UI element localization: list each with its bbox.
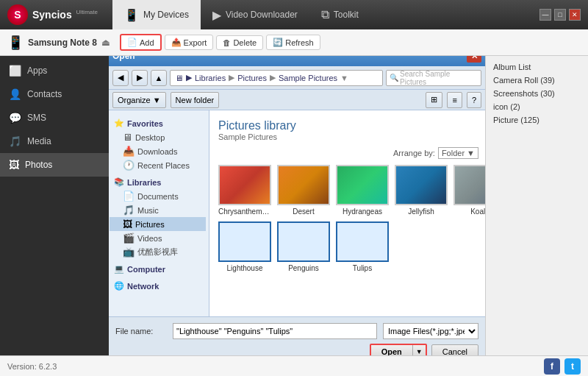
image-item-jellyfish[interactable]: Jellyfish [395,165,448,216]
logo-area: S Syncios Ultimate [7,4,98,25]
eject-icon[interactable]: ⏏ [101,38,110,48]
filetype-select[interactable]: Image Files(*.jpg;*.jpeg;*.png;*. [383,323,478,339]
sidebar-item-photos[interactable]: 🖼 Photos [0,153,109,177]
dialog-close-button[interactable]: ✕ [467,56,481,63]
content-area: Open ✕ ◀ ▶ ▲ 🖥 ▶ Libraries ▶ Pictures ▶ [109,56,485,355]
topbar: S Syncios Ultimate 📱 My Devices ▶ Video … [0,0,588,29]
win-max-button[interactable]: □ [554,9,566,21]
sms-icon: 💬 [9,112,21,124]
img-thumb-lighthouse [218,221,271,262]
media-icon: 🎵 [9,135,21,147]
arrange-dropdown[interactable]: Folder ▼ [438,147,478,159]
right-item-screenshots[interactable]: Screenshots (30) [490,87,584,100]
ds-item-pictures[interactable]: 🖼 Pictures [110,217,206,231]
phone-icon: 📱 [124,8,139,22]
sidebar-item-media[interactable]: 🎵 Media [0,130,109,153]
export-button[interactable]: 📤 Export [165,35,214,50]
favorites-header[interactable]: ⭐ Favorites [110,116,206,130]
img-thumb-penguins [277,221,330,262]
tab-my-devices[interactable]: 📱 My Devices [112,0,201,29]
videos-icon: 🎬 [123,233,135,244]
ds-item-videos[interactable]: 🎬 Videos [110,231,206,245]
twitter-icon[interactable]: t [564,358,581,375]
cancel-button[interactable]: Cancel [431,344,478,355]
network-icon: 🌐 [114,281,124,291]
image-item-penguins[interactable]: Penguins [277,221,330,272]
filename-input[interactable] [173,323,377,339]
social-icons: f t [544,358,581,375]
tab-toolkit[interactable]: ⧉ Toolkit [309,0,370,29]
recent-icon: 🕐 [123,160,135,171]
open-dropdown-button[interactable]: ▼ [413,345,426,355]
breadcrumb[interactable]: 🖥 ▶ Libraries ▶ Pictures ▶ Sample Pictur… [170,70,383,86]
dialog-toolbar: Organize ▼ New folder ⊞ ≡ ? [109,90,485,110]
contacts-icon: 👤 [9,88,21,100]
image-item-chrysanthemum[interactable]: Chrysanthemum [218,165,271,216]
details-button[interactable]: ≡ [447,92,462,108]
folder-sub: Sample Pictures [218,132,478,141]
tab-video-downloader[interactable]: ▶ Video Downloader [201,0,309,29]
nav-up-button[interactable]: ▲ [151,70,167,86]
statusbar: Version: 6.2.3 f t [0,355,588,376]
photos-icon: 🖼 [9,159,19,171]
right-item-picture[interactable]: Picture (125) [490,113,584,127]
apps-icon: ⬜ [9,65,21,77]
ds-item-downloads[interactable]: 📥 Downloads [110,144,206,158]
window-controls: — □ ✕ [539,9,581,21]
star-icon: ⭐ [114,118,124,128]
filename-label: File name: [115,327,167,336]
open-button[interactable]: Open [371,345,413,355]
device-icon: 📱 [7,35,24,51]
computer-icon: 💻 [114,264,124,274]
open-button-group: Open ▼ [370,344,427,355]
add-button[interactable]: 📄 Add [120,34,162,51]
win-close-button[interactable]: ✕ [569,9,581,21]
facebook-icon[interactable]: f [544,358,560,375]
img-thumb-hydrangeas [336,165,389,205]
arrange-bar: Arrange by: Folder ▼ [218,147,478,159]
libraries-section: 📚 Libraries 📄 Documents 🎵 Music [110,175,206,259]
favorites-section: ⭐ Favorites 🖥 Desktop 📥 Downloads [110,116,206,172]
win-min-button[interactable]: — [539,9,551,21]
computer-header[interactable]: 💻 Computer [110,262,206,276]
search-box[interactable]: 🔍 Search Sample Pictures [386,70,481,86]
dialog-main-content: Pictures library Sample Pictures Arrange… [209,110,485,316]
right-item-camera-roll[interactable]: Camera Roll (39) [490,74,584,87]
logo-icon: S [7,4,28,25]
image-item-hydrangeas[interactable]: Hydrangeas [336,165,389,216]
view-button[interactable]: ⊞ [426,92,442,108]
organize-button[interactable]: Organize ▼ [112,92,166,108]
ds-item-youku[interactable]: 📺 优酷影视库 [110,245,206,259]
delete-button[interactable]: 🗑 Delete [216,35,263,50]
search-icon: 🔍 [390,74,398,82]
libraries-header[interactable]: 📚 Libraries [110,175,206,189]
computer-section: 💻 Computer [110,262,206,276]
image-item-desert[interactable]: Desert [277,165,330,216]
video-icon: ▶ [212,8,221,22]
sidebar-item-sms[interactable]: 💬 SMS [0,106,109,130]
right-item-icon[interactable]: icon (2) [490,100,584,113]
sidebar-item-apps[interactable]: ⬜ Apps [0,59,109,82]
ds-item-documents[interactable]: 📄 Documents [110,189,206,203]
add-icon: 📄 [127,38,137,47]
nav-back-button[interactable]: ◀ [112,70,129,86]
desktop-icon: 🖥 [123,132,132,143]
documents-icon: 📄 [123,191,135,202]
image-item-tulips[interactable]: Tulips [336,221,389,272]
pictures-icon: 🖼 [123,219,132,230]
ds-item-desktop[interactable]: 🖥 Desktop [110,130,206,144]
help-button[interactable]: ? [467,92,481,108]
ds-item-recent[interactable]: 🕐 Recent Places [110,158,206,172]
right-item-album-list[interactable]: Album List [490,60,584,74]
network-header[interactable]: 🌐 Network [110,279,206,293]
nav-forward-button[interactable]: ▶ [132,70,148,86]
new-folder-button[interactable]: New folder [171,92,220,108]
network-section: 🌐 Network [110,279,206,293]
ds-item-music[interactable]: 🎵 Music [110,203,206,217]
sidebar-item-contacts[interactable]: 👤 Contacts [0,82,109,106]
filename-row: File name: Image Files(*.jpg;*.jpeg;*.pn… [115,323,478,339]
image-item-lighthouse[interactable]: Lighthouse [218,221,271,272]
refresh-button[interactable]: 🔄 Refresh [266,35,320,50]
image-item-koala[interactable]: Koala [453,165,485,216]
main-area: ⬜ Apps 👤 Contacts 💬 SMS 🎵 Media 🖼 Photos [0,56,588,355]
